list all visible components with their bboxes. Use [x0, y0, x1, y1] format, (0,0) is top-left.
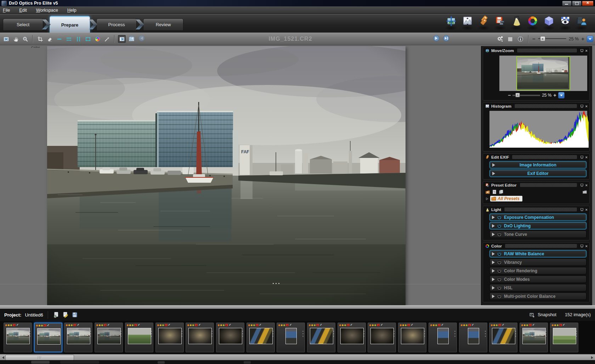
expand-triangle-icon[interactable]: [492, 261, 495, 264]
parallel-v-tool-button[interactable]: [74, 35, 82, 43]
view-single-tool-button[interactable]: [118, 35, 126, 43]
zoom-slider-handle[interactable]: [540, 36, 545, 41]
process-settings-button[interactable]: [496, 35, 504, 43]
edit-project-button[interactable]: [62, 312, 69, 318]
zoom-preset-dropdown[interactable]: [558, 92, 565, 98]
preset-settings-button[interactable]: [492, 189, 497, 194]
expand-triangle-icon[interactable]: [492, 269, 495, 273]
snapshot-button[interactable]: Snapshot: [538, 312, 556, 317]
zoom-slider-handle[interactable]: [515, 93, 520, 97]
menu-item-help[interactable]: Help: [67, 8, 76, 13]
palette-close-icon[interactable]: ×: [585, 208, 588, 211]
palette-close-icon[interactable]: ×: [585, 49, 588, 52]
expand-triangle-icon[interactable]: [492, 172, 495, 175]
filmstrip-thumbnail-11[interactable]: ✓: [307, 323, 335, 352]
duplicate-preset-button[interactable]: [499, 189, 504, 194]
geometry-palette-button[interactable]: [543, 16, 555, 31]
rect-tool-button[interactable]: [84, 35, 92, 43]
close-button[interactable]: [582, 1, 594, 6]
maximize-button[interactable]: [572, 1, 582, 6]
import-preset-button[interactable]: [485, 189, 490, 194]
expand-triangle-icon[interactable]: [492, 233, 495, 236]
minimize-button[interactable]: [562, 1, 572, 6]
zoom-preview-thumbnail[interactable]: [516, 56, 570, 90]
h-line-tool-button[interactable]: [55, 35, 63, 43]
zoom-preset-dropdown[interactable]: [587, 36, 593, 42]
filmstrip-thumbnail-4[interactable]: ✓: [95, 323, 123, 352]
workspace-palette-button[interactable]: [576, 16, 587, 31]
color-palette-button[interactable]: [527, 16, 538, 31]
filmstrip-thumbnail-16[interactable]: ✓: [459, 323, 487, 352]
info-button[interactable]: [517, 35, 525, 43]
scroll-right-arrow[interactable]: [590, 355, 595, 360]
palette-close-icon[interactable]: ×: [585, 104, 588, 108]
filmstrip-thumbnail-1[interactable]: ✓: [4, 323, 32, 352]
palette-item-raw-white-balance[interactable]: RAW White Balance: [489, 250, 586, 257]
nav-first-button[interactable]: [128, 35, 135, 42]
new-project-button[interactable]: [53, 312, 60, 318]
palette-item-color-rendering[interactable]: Color Rendering: [489, 267, 586, 274]
filmstrip-thumbnail-13[interactable]: ✓: [368, 323, 396, 352]
palette-header-move-zoom[interactable]: Move/Zoom×: [483, 47, 589, 53]
filmstrip-thumbnail-3[interactable]: ✓: [64, 323, 92, 352]
zoom-in-button[interactable]: +: [554, 93, 556, 97]
zoom-in-button[interactable]: +: [581, 37, 584, 41]
palette-drag-texture[interactable]: [515, 104, 577, 108]
filmstrip-thumbnail-2[interactable]: ✓: [34, 323, 62, 352]
tab-process[interactable]: Process: [96, 18, 137, 31]
histogram-palette-button[interactable]: [461, 16, 473, 31]
expand-triangle-icon[interactable]: [492, 163, 495, 167]
palette-item-color-modes[interactable]: Color Modes: [489, 275, 586, 283]
palette-drag-texture[interactable]: [520, 183, 577, 187]
menu-item-workspace[interactable]: Workspace: [36, 8, 58, 13]
detail-palette-button[interactable]: [559, 16, 571, 31]
palette-header-edit-exif[interactable]: Edit EXIF×: [483, 154, 589, 160]
filmstrip-thumbnail-6[interactable]: ✓: [155, 323, 184, 352]
picker-tool-button[interactable]: [103, 35, 111, 43]
palette-item-multi-point-color-balance[interactable]: Multi-point Color Balance: [489, 292, 586, 300]
palette-item-exif-editor[interactable]: Exif Editor: [489, 170, 586, 177]
preset-editor-palette-button[interactable]: [494, 16, 506, 31]
zoom-slider[interactable]: [512, 95, 540, 96]
zoom-out-button[interactable]: −: [508, 93, 511, 97]
palette-item-dxo-lighting[interactable]: DxO Lighting: [489, 222, 586, 229]
filmstrip-thumbnail-17[interactable]: ✓: [489, 323, 517, 352]
scrollbar-handle[interactable]: [5, 355, 74, 360]
selected-preset[interactable]: All Presets: [490, 196, 522, 201]
filmstrip-scrollbar[interactable]: [0, 354, 595, 360]
palette-drag-texture[interactable]: [512, 155, 577, 159]
filmstrip-thumbnail-9[interactable]: ✓: [246, 323, 275, 352]
parallel-h-tool-button[interactable]: [65, 35, 73, 43]
save-project-button[interactable]: [72, 312, 78, 318]
menu-item-edit[interactable]: Edit: [19, 8, 27, 13]
menu-item-file[interactable]: File: [3, 8, 10, 13]
palette-drag-texture[interactable]: [517, 49, 577, 52]
palette-item-exposure-compensation[interactable]: Exposure Compensation: [489, 214, 586, 221]
expand-triangle-icon[interactable]: [492, 278, 495, 281]
tab-review[interactable]: Review: [143, 18, 183, 31]
palette-header-preset-editor[interactable]: Preset Editor×: [483, 182, 589, 188]
main-photo[interactable]: FAF: [47, 46, 406, 305]
preset-tree-row[interactable]: All Presets: [483, 195, 589, 201]
palette-close-icon[interactable]: ×: [585, 244, 588, 248]
nav-prev-button[interactable]: [138, 35, 145, 42]
hand-tool-button[interactable]: [12, 35, 19, 43]
filmstrip-thumbnail-5[interactable]: ✓: [125, 323, 153, 352]
zoom-slider[interactable]: [538, 38, 566, 40]
filmstrip-thumbnail-10[interactable]: ✓: [277, 323, 305, 352]
filmstrip-thumbnail-18[interactable]: ✓: [520, 323, 548, 352]
filmstrip-thumbnail-7[interactable]: ✓: [186, 323, 214, 352]
palette-drag-texture[interactable]: [505, 244, 577, 248]
nav-next-button[interactable]: [433, 35, 440, 42]
expand-triangle-icon[interactable]: [492, 252, 495, 256]
filmstrip-thumbnail-19[interactable]: ✓: [550, 323, 578, 352]
wheel-tool-button[interactable]: [94, 35, 101, 43]
palette-drag-texture[interactable]: [504, 207, 577, 211]
tab-prepare[interactable]: Prepare: [50, 16, 90, 33]
palette-header-color[interactable]: Color×: [483, 243, 589, 249]
palette-item-vibrancy[interactable]: Vibrancy: [489, 258, 586, 266]
expand-triangle-icon[interactable]: [492, 216, 495, 219]
palette-header-light[interactable]: Light×: [483, 206, 589, 212]
filmstrip-thumbnail-15[interactable]: ✓: [429, 323, 457, 352]
palette-header-histogram[interactable]: Histogram×: [483, 103, 589, 109]
